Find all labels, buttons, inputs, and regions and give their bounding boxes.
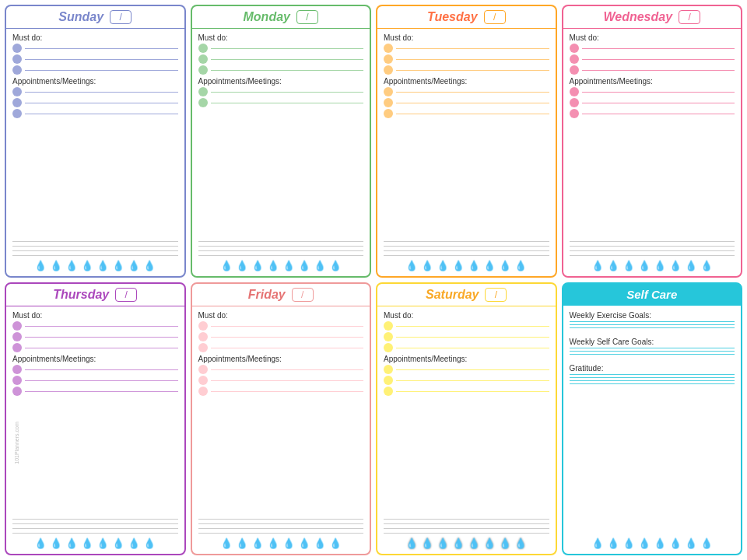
friday-appt-circle-1 [198, 365, 208, 374]
monday-appt-circle-1 [198, 87, 208, 96]
friday-title: Friday [248, 288, 286, 302]
monday-must-do-label: Must do: [192, 32, 370, 43]
thursday-card: 101Planners.com Thursday / Must do: Appo… [5, 282, 186, 555]
wednesday-circle-2 [570, 54, 579, 64]
sunday-circle-2 [12, 54, 22, 64]
friday-circle-3 [198, 343, 208, 352]
wednesday-circle-1 [570, 44, 579, 53]
saturday-water-row: 💧 💧 💧 💧 💧 💧 💧 💧 [377, 535, 556, 551]
saturday-appt-circle-2 [384, 376, 393, 385]
monday-date-box[interactable]: / [296, 10, 318, 24]
tuesday-appt-circle-1 [384, 87, 393, 96]
sunday-appt-label: Appointments/Meetings: [6, 75, 184, 86]
tuesday-header: Tuesday / [377, 6, 556, 29]
saturday-header: Saturday / [377, 284, 556, 306]
sunday-water-row: 💧 💧 💧 💧 💧 💧 💧 💧 [6, 257, 184, 273]
monday-circle-2 [198, 54, 208, 64]
watermark: 101Planners.com [14, 422, 19, 464]
tuesday-date-box[interactable]: / [484, 10, 506, 24]
wednesday-header: Wednesday / [563, 6, 742, 29]
monday-appt-label: Appointments/Meetings: [192, 75, 370, 86]
tuesday-title: Tuesday [427, 10, 478, 24]
saturday-appt-circle-1 [384, 365, 393, 374]
friday-circle-2 [198, 332, 208, 341]
sunday-must-do-label: Must do: [6, 32, 184, 43]
sunday-appt-circle-2 [12, 98, 22, 107]
sunday-appt-3 [6, 108, 184, 119]
thursday-header: Thursday / [6, 284, 184, 306]
tuesday-appt-label: Appointments/Meetings: [377, 75, 556, 86]
sunday-line-3 [25, 70, 178, 71]
friday-water-row: 💧 💧 💧 💧 💧 💧 💧 💧 [192, 535, 370, 551]
thursday-must-do-label: Must do: [6, 310, 184, 320]
tuesday-circle-2 [384, 54, 393, 64]
sunday-appt-line-1 [25, 92, 178, 93]
tuesday-card: Tuesday / Must do: Appointments/Meetings… [376, 5, 557, 278]
wednesday-must-do-label: Must do: [563, 32, 742, 43]
gratitude-label: Gratitude: [570, 364, 735, 373]
sunday-appt-circle-1 [12, 87, 22, 96]
thursday-water-row: 💧 💧 💧 💧 💧 💧 💧 💧 [6, 535, 184, 551]
drop-7: 💧 [128, 260, 140, 271]
wednesday-circle-3 [570, 65, 579, 75]
wednesday-date-box[interactable]: / [679, 10, 700, 24]
sunday-appt-line-3 [25, 114, 178, 114]
thursday-appt-label: Appointments/Meetings: [6, 353, 184, 364]
sunday-bullet-2 [6, 54, 184, 65]
planner-grid: Sunday / Must do: Appointments/Meetings:… [0, 0, 747, 560]
saturday-appt-circle-3 [384, 387, 393, 396]
friday-appt-label: Appointments/Meetings: [192, 353, 370, 364]
saturday-title: Saturday [426, 288, 479, 302]
saturday-card: Saturday / Must do: Appointments/Meeting… [376, 282, 557, 555]
thursday-appt-circle-1 [12, 365, 22, 374]
sunday-date-box[interactable]: / [110, 10, 132, 24]
sunday-notes [6, 119, 184, 257]
sunday-appt-1 [6, 86, 184, 97]
wednesday-appt-circle-3 [570, 109, 579, 118]
tuesday-appt-circle-2 [384, 98, 393, 107]
tuesday-notes [377, 119, 556, 257]
monday-card: Monday / Must do: Appointments/Meetings:… [191, 5, 372, 278]
drop-2: 💧 [50, 260, 62, 271]
sunday-header: Sunday / [6, 6, 184, 29]
monday-circle-1 [198, 44, 208, 53]
drop-4: 💧 [81, 260, 93, 271]
wednesday-appt-label: Appointments/Meetings: [563, 75, 742, 86]
thursday-date-box[interactable]: / [115, 288, 137, 302]
self-care-title: Self Care [626, 288, 677, 301]
sunday-bullet-1 [6, 43, 184, 54]
tuesday-circle-3 [384, 65, 393, 75]
saturday-circle-1 [384, 321, 393, 331]
sunday-circle-3 [12, 65, 22, 75]
sunday-line-1 [25, 48, 178, 49]
monday-notes [192, 108, 370, 257]
exercise-section: Weekly Exercise Goals: [563, 309, 742, 335]
saturday-must-do-label: Must do: [377, 310, 556, 320]
wednesday-appt-circle-2 [570, 98, 579, 107]
friday-appt-circle-3 [198, 387, 208, 396]
sunday-circle-1 [12, 44, 22, 53]
monday-water-row: 💧 💧 💧 💧 💧 💧 💧 💧 [192, 257, 370, 273]
self-care-header: Self Care [563, 284, 742, 306]
friday-notes [192, 397, 370, 535]
sunday-card: Sunday / Must do: Appointments/Meetings:… [5, 5, 186, 278]
thursday-title: Thursday [53, 288, 109, 302]
self-care-goals-label: Weekly Self Care Goals: [570, 338, 735, 346]
saturday-date-box[interactable]: / [485, 288, 507, 302]
self-care-card: Self Care Weekly Exercise Goals: Weekly … [562, 282, 743, 555]
saturday-circle-2 [384, 332, 393, 341]
tuesday-circle-1 [384, 44, 393, 53]
drop-8: 💧 [143, 260, 156, 271]
thursday-appt-circle-2 [12, 376, 22, 385]
drop-3: 💧 [65, 260, 78, 271]
drop-1: 💧 [34, 260, 47, 271]
tuesday-appt-circle-3 [384, 109, 393, 118]
monday-circle-3 [198, 65, 208, 75]
friday-date-box[interactable]: / [292, 288, 314, 302]
thursday-notes [6, 397, 184, 535]
sunday-appt-2 [6, 97, 184, 108]
drop-5: 💧 [96, 260, 109, 271]
thursday-appt-circle-3 [12, 387, 22, 396]
monday-header: Monday / [192, 6, 370, 29]
exercise-label: Weekly Exercise Goals: [570, 311, 735, 320]
